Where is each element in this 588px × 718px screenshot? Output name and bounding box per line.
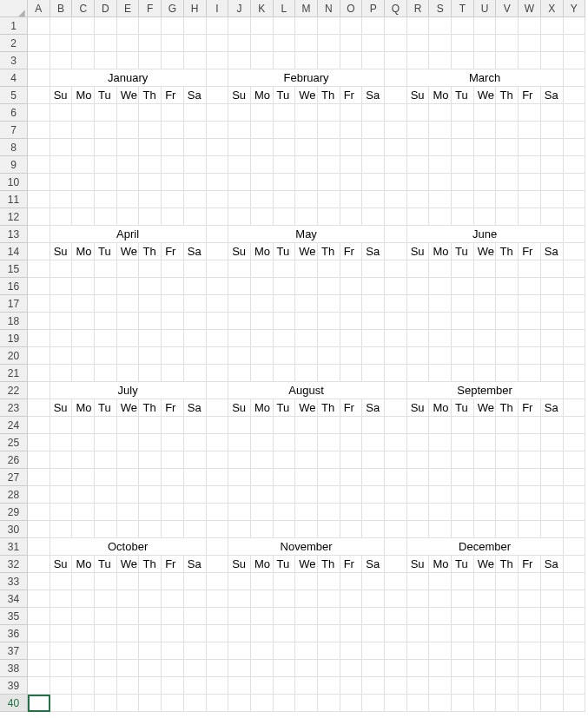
weekday-label[interactable]: Th (139, 399, 162, 417)
row-header[interactable]: 4 (0, 69, 28, 87)
cell[interactable] (274, 642, 296, 660)
cell[interactable] (429, 677, 452, 695)
cell[interactable] (228, 590, 251, 608)
cell[interactable] (340, 278, 363, 295)
row-header[interactable]: 28 (0, 486, 28, 504)
cell[interactable] (184, 521, 207, 538)
cell[interactable] (117, 625, 140, 642)
cell[interactable] (564, 625, 586, 642)
cell[interactable] (117, 434, 140, 451)
weekday-label[interactable]: Mo (429, 556, 452, 573)
cell[interactable] (139, 330, 162, 347)
cell[interactable] (541, 417, 564, 434)
cell[interactable] (519, 174, 541, 191)
cell[interactable] (541, 208, 564, 226)
cell[interactable] (95, 17, 117, 35)
cell[interactable] (452, 330, 474, 347)
cell[interactable] (139, 625, 162, 642)
cell[interactable] (295, 625, 318, 642)
cell[interactable] (139, 174, 162, 191)
cell[interactable] (28, 608, 50, 625)
cell[interactable] (251, 451, 274, 469)
cell[interactable] (564, 695, 586, 712)
cell[interactable] (429, 278, 452, 295)
cell[interactable] (385, 642, 407, 660)
cell[interactable] (184, 174, 207, 191)
cell[interactable] (385, 504, 407, 521)
cell[interactable] (541, 122, 564, 139)
cell[interactable] (274, 660, 296, 677)
cell[interactable] (162, 52, 184, 69)
cell[interactable] (207, 451, 229, 469)
cell[interactable] (429, 295, 452, 313)
cell[interactable] (362, 347, 385, 365)
cell[interactable] (318, 590, 340, 608)
weekday-label[interactable]: Fr (340, 556, 363, 573)
cell[interactable] (452, 642, 474, 660)
cell[interactable] (274, 417, 296, 434)
cell[interactable] (318, 695, 340, 712)
weekday-label[interactable]: Tu (274, 243, 296, 260)
cell[interactable] (318, 35, 340, 52)
weekday-label[interactable]: Tu (452, 399, 474, 417)
cell[interactable] (385, 139, 407, 156)
cell[interactable] (295, 504, 318, 521)
cell[interactable] (564, 104, 586, 122)
cell[interactable] (228, 278, 251, 295)
cell[interactable] (519, 590, 541, 608)
cell[interactable] (50, 52, 73, 69)
cell[interactable] (407, 608, 430, 625)
cell[interactable] (496, 434, 519, 451)
cell[interactable] (162, 625, 184, 642)
cell[interactable] (207, 174, 229, 191)
cell[interactable] (228, 504, 251, 521)
cell[interactable] (318, 660, 340, 677)
cell[interactable] (474, 642, 497, 660)
cell[interactable] (474, 521, 497, 538)
cell[interactable] (407, 504, 430, 521)
weekday-label[interactable]: Sa (541, 243, 564, 260)
weekday-label[interactable]: We (295, 399, 318, 417)
cell[interactable] (251, 504, 274, 521)
cell[interactable] (452, 365, 474, 382)
cell[interactable] (318, 677, 340, 695)
weekday-label[interactable]: Sa (184, 556, 207, 573)
cell[interactable] (474, 347, 497, 365)
cell[interactable] (295, 573, 318, 590)
cell[interactable] (251, 469, 274, 486)
row-header[interactable]: 38 (0, 660, 28, 677)
weekday-label[interactable]: We (474, 87, 497, 104)
cell[interactable] (362, 521, 385, 538)
cell[interactable] (340, 417, 363, 434)
cell[interactable] (184, 52, 207, 69)
cell[interactable] (362, 17, 385, 35)
row-header[interactable]: 35 (0, 608, 28, 625)
cell[interactable] (564, 504, 586, 521)
cell[interactable] (72, 35, 95, 52)
weekday-label[interactable]: We (117, 87, 140, 104)
cell[interactable] (519, 417, 541, 434)
cell[interactable] (496, 590, 519, 608)
month-title[interactable]: April (50, 226, 207, 243)
cell[interactable] (207, 590, 229, 608)
cell[interactable] (519, 434, 541, 451)
row-header[interactable]: 17 (0, 295, 28, 313)
cell[interactable] (117, 590, 140, 608)
cell[interactable] (251, 156, 274, 174)
cell[interactable] (139, 660, 162, 677)
column-header[interactable]: K (251, 0, 274, 17)
cell[interactable] (251, 35, 274, 52)
cell[interactable] (184, 677, 207, 695)
cell[interactable] (318, 504, 340, 521)
row-header[interactable]: 13 (0, 226, 28, 243)
cell[interactable] (318, 573, 340, 590)
cell[interactable] (541, 191, 564, 208)
cell[interactable] (251, 139, 274, 156)
weekday-label[interactable]: Fr (519, 399, 541, 417)
cell[interactable] (429, 660, 452, 677)
cell[interactable] (207, 17, 229, 35)
cell[interactable] (385, 486, 407, 504)
cell[interactable] (564, 17, 586, 35)
cell[interactable] (541, 174, 564, 191)
cell[interactable] (474, 590, 497, 608)
